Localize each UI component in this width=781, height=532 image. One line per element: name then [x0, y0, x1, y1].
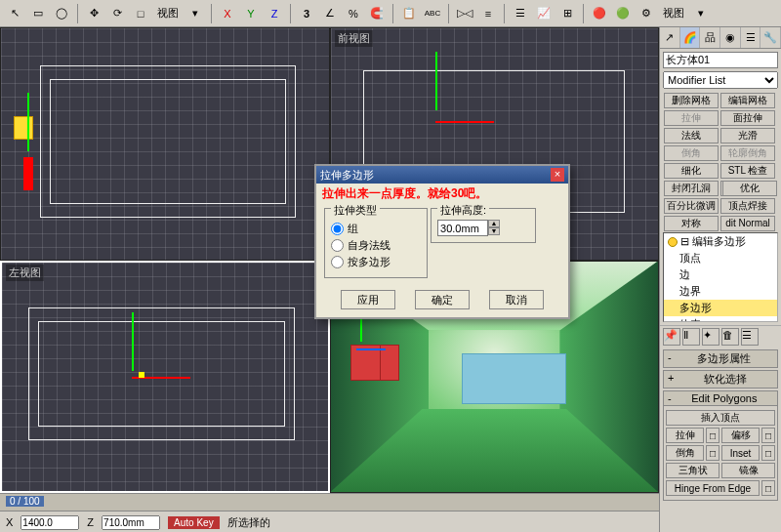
viewport-left[interactable]: 左视图 — [0, 261, 330, 494]
radio-local-input[interactable] — [331, 239, 344, 252]
inset-settings-icon[interactable]: □ — [761, 445, 775, 461]
coord-x-input[interactable] — [21, 515, 79, 530]
spinner-up-icon[interactable]: ▲ — [488, 220, 500, 227]
outline-button[interactable]: 偏移 — [721, 428, 760, 443]
render-view-label[interactable]: 视图 — [659, 6, 688, 20]
dropdown-icon[interactable]: ▾ — [185, 3, 206, 24]
select-rect-icon[interactable]: ▭ — [27, 3, 49, 24]
radio-group[interactable]: 组 — [331, 222, 421, 236]
axis-x-icon[interactable]: X — [217, 3, 238, 24]
stack-element[interactable]: 体素 — [664, 316, 777, 322]
hinge-settings-icon[interactable]: □ — [761, 480, 775, 496]
mod-face-extrude[interactable]: 面拉伸 — [720, 110, 775, 126]
autokey-button[interactable]: Auto Key — [168, 516, 220, 529]
render-setup-icon[interactable]: ⚙ — [636, 3, 657, 24]
gizmo-x[interactable] — [23, 157, 33, 190]
mod-stl-check[interactable]: STL 检查 — [720, 163, 775, 179]
mod-percent[interactable]: 百分比微调 — [664, 198, 719, 214]
mod-delete-mesh[interactable]: 删除网格 — [664, 93, 719, 108]
extrude-settings-icon[interactable]: □ — [706, 428, 719, 443]
triangulate-button[interactable]: 三角状 — [666, 463, 719, 478]
mod-vertex-weld[interactable]: 顶点焊接 — [720, 198, 775, 214]
timeline[interactable]: 0 / 100 — [0, 494, 659, 512]
axis-y-icon[interactable]: Y — [240, 3, 262, 24]
abc-icon[interactable]: ABC — [422, 3, 443, 24]
radio-group-input[interactable] — [331, 223, 344, 235]
height-input[interactable] — [437, 220, 488, 236]
rollout-editpoly-hdr[interactable]: -Edit Polygons — [663, 390, 778, 406]
tab-motion-icon[interactable]: ◉ — [720, 27, 741, 48]
close-icon[interactable]: × — [551, 168, 564, 182]
stack-header[interactable]: ⊟编辑多边形 — [664, 233, 777, 250]
mod-cap-holes[interactable]: 封闭孔洞 — [664, 181, 719, 196]
mod-extrude[interactable]: 拉伸 — [664, 110, 719, 126]
radio-by-polygon[interactable]: 按多边形 — [331, 255, 421, 269]
bevel-settings-icon[interactable]: □ — [706, 445, 719, 461]
tab-create-icon[interactable]: ↗ — [660, 27, 680, 48]
curve-editor-icon[interactable]: 📈 — [533, 3, 555, 24]
hinge-button[interactable]: Hinge From Edge — [666, 480, 760, 496]
magnet-icon[interactable]: 🧲 — [366, 3, 388, 24]
time-indicator[interactable]: 0 / 100 — [6, 496, 44, 507]
modifier-list-select[interactable]: Modifier List — [663, 71, 778, 89]
arrow-icon[interactable]: ↖ — [4, 3, 25, 24]
stack-vertex[interactable]: 顶点 — [664, 250, 777, 266]
bevel-button[interactable]: 倒角 — [666, 445, 704, 461]
stack-edge[interactable]: 边 — [664, 266, 777, 283]
outline-settings-icon[interactable]: □ — [761, 428, 775, 443]
schematic-icon[interactable]: ⊞ — [556, 3, 578, 24]
unique-icon[interactable]: ✦ — [702, 328, 719, 346]
rotate-icon[interactable]: ⟳ — [106, 3, 128, 24]
rollout-geo-hdr[interactable]: -多边形属性 — [663, 349, 778, 368]
tab-hierarchy-icon[interactable]: 品 — [700, 27, 720, 48]
stack-border[interactable]: 边界 — [664, 283, 777, 300]
gizmo-y[interactable] — [132, 312, 134, 371]
inset-button[interactable]: Inset — [721, 445, 760, 461]
mod-edit-mesh[interactable]: 编辑网格 — [720, 93, 775, 108]
stack-polygon[interactable]: 多边形 — [664, 300, 777, 316]
remove-icon[interactable]: 🗑 — [721, 328, 739, 346]
gizmo-y[interactable] — [27, 93, 29, 151]
mod-smooth[interactable]: 光滑 — [720, 128, 775, 143]
modifier-stack[interactable]: ⊟编辑多边形 顶点 边 边界 多边形 体素 — [663, 232, 778, 322]
bulb-icon[interactable] — [668, 237, 678, 247]
material-icon[interactable]: 🔴 — [589, 3, 610, 24]
tab-display-icon[interactable]: ☰ — [741, 27, 761, 48]
mod-optimize[interactable]: 优化 — [722, 181, 777, 196]
pin-icon[interactable]: 📌 — [663, 328, 680, 346]
mod-bevel-profile[interactable]: 轮廓倒角 — [720, 145, 775, 161]
gizmo-origin[interactable] — [139, 372, 144, 378]
radio-local-normal[interactable]: 自身法线 — [331, 238, 421, 253]
render-icon[interactable]: 🟢 — [612, 3, 634, 24]
rollout-softsel-hdr[interactable]: +软化选择 — [663, 370, 778, 389]
mod-symmetry[interactable]: 对称 — [664, 216, 719, 231]
coord-sys-label[interactable]: 视图 — [153, 6, 183, 20]
dialog-titlebar[interactable]: 拉伸多边形 × — [316, 166, 568, 184]
mirror-button[interactable]: 镜像 — [721, 463, 775, 478]
snap-toggle-icon[interactable]: 3 — [296, 3, 317, 24]
spinner-down-icon[interactable]: ▼ — [488, 227, 500, 235]
viewport-top[interactable] — [0, 27, 330, 261]
gizmo-y[interactable] — [435, 52, 437, 110]
mirror-icon[interactable]: ▷◁ — [454, 3, 475, 24]
apply-button[interactable]: 应用 — [341, 290, 395, 309]
modifier-list-drop[interactable]: Modifier List — [663, 71, 778, 89]
gizmo-x[interactable] — [435, 121, 494, 123]
align-icon[interactable]: ≡ — [477, 3, 499, 24]
axis-z-icon[interactable]: Z — [264, 3, 285, 24]
mod-bevel[interactable]: 倒角 — [664, 145, 719, 161]
percent-snap-icon[interactable]: % — [343, 3, 364, 24]
ok-button[interactable]: 确定 — [415, 290, 470, 309]
radio-poly-input[interactable] — [331, 256, 344, 268]
mod-tessellate[interactable]: 细化 — [664, 163, 719, 179]
move-icon[interactable]: ✥ — [83, 3, 104, 24]
gizmo-z[interactable] — [356, 348, 386, 350]
tab-modify-icon[interactable]: 🌈 — [680, 27, 701, 48]
config-icon[interactable]: ☰ — [741, 328, 759, 346]
angle-snap-icon[interactable]: ∠ — [319, 3, 341, 24]
object-name-input[interactable] — [663, 52, 778, 68]
mod-edit-normal[interactable]: dit Normal — [720, 216, 775, 231]
mod-normal[interactable]: 法线 — [664, 128, 719, 143]
extrude-button[interactable]: 拉伸 — [666, 428, 704, 443]
show-end-icon[interactable]: Ⅱ — [682, 328, 700, 346]
